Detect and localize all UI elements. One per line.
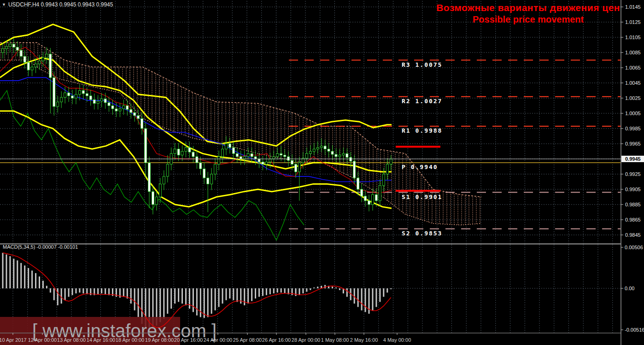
price-axis-label: 1.0025 xyxy=(625,95,641,101)
candle-body xyxy=(38,61,41,64)
time-axis-label: 1 May 08:00 xyxy=(321,337,349,343)
candle-body xyxy=(364,196,367,201)
price-axis-label: 0.9985 xyxy=(625,126,641,131)
candle-body xyxy=(254,157,257,159)
candle-body xyxy=(23,56,26,62)
candle-body xyxy=(298,163,300,172)
candle-body xyxy=(331,152,334,155)
candle-body xyxy=(222,149,224,157)
candle-body xyxy=(371,195,374,205)
candle-body xyxy=(214,164,217,174)
candle-body xyxy=(115,109,117,111)
candle-body xyxy=(123,106,125,109)
candle-body xyxy=(5,47,7,49)
price-axis-label: 1.0065 xyxy=(625,65,641,70)
candle-body xyxy=(382,174,385,186)
candle-body xyxy=(130,110,132,113)
price-axis-label: 0.9845 xyxy=(625,232,641,238)
candle-body xyxy=(97,101,99,104)
candle-body xyxy=(145,129,147,163)
chart-background xyxy=(0,0,644,345)
candle-body xyxy=(42,58,44,61)
chart-title-bar: ▼ USDCHF,H4 0.9943 0.9945 0.9943 0.9945 xyxy=(2,1,113,8)
trading-chart-window: [ www.instaforex.com ]1.01451.01251.0105… xyxy=(0,0,644,345)
candle-body xyxy=(265,162,268,164)
candle-body xyxy=(232,147,234,153)
price-axis-label: 0.9925 xyxy=(625,171,641,177)
candle-body xyxy=(324,146,326,149)
level-label-r1: R1 0.9988 xyxy=(402,127,442,134)
price-chart-canvas[interactable]: [ www.instaforex.com ]1.01451.01251.0105… xyxy=(0,0,644,345)
level-label-r2: R2 1.0027 xyxy=(402,98,442,105)
candle-body xyxy=(236,153,238,157)
time-axis-label: 19 Apr 08:00 xyxy=(145,337,174,343)
candle-body xyxy=(89,96,92,99)
annotation-line-ru: Возможные варианты движения цен xyxy=(436,2,620,14)
chart-title: USDCHF,H4 0.9943 0.9945 0.9943 0.9945 xyxy=(8,1,113,8)
candle-body xyxy=(218,157,220,164)
pane-divider xyxy=(0,243,644,245)
candle-body xyxy=(346,153,348,157)
candle-body xyxy=(9,44,11,47)
candle-body xyxy=(357,178,359,189)
candle-body xyxy=(166,164,169,176)
current-price-badge-text: 0.9945 xyxy=(625,156,641,162)
candle-body xyxy=(104,99,106,103)
price-axis-label: 1.0045 xyxy=(625,80,641,86)
time-axis-label: 18 Apr 00:00 xyxy=(116,337,144,343)
candle-body xyxy=(339,155,341,157)
candle-body xyxy=(111,106,114,109)
time-axis-label: 12 Apr 00:00 xyxy=(28,337,57,343)
candle-body xyxy=(353,161,356,178)
candle-body xyxy=(284,155,286,157)
candle-body xyxy=(152,192,154,205)
candle-body xyxy=(328,149,330,152)
candle-body xyxy=(31,67,33,70)
candle-body xyxy=(188,147,191,152)
price-axis-label: 0.9965 xyxy=(625,141,641,146)
candle-body xyxy=(192,152,194,157)
candle-body xyxy=(71,96,74,98)
time-axis-label: 2 May 16:00 xyxy=(350,337,378,343)
candle-body xyxy=(247,153,249,157)
candle-body xyxy=(86,94,88,96)
candle-body xyxy=(335,154,337,157)
candle-body xyxy=(49,54,52,77)
candle-body xyxy=(2,49,4,53)
candle-body xyxy=(20,50,22,56)
candle-body xyxy=(240,157,242,159)
candle-body xyxy=(60,97,63,102)
time-axis-label: 10 Apr 2017 xyxy=(0,337,27,343)
candle-body xyxy=(75,94,77,98)
candle-body xyxy=(313,149,315,152)
candle-body xyxy=(350,158,352,161)
candle-body xyxy=(64,93,66,97)
candle-body xyxy=(126,106,129,110)
candle-body xyxy=(163,176,165,184)
annotation-line-en: Possible price movement xyxy=(436,14,620,25)
candle-body xyxy=(159,184,161,197)
price-axis-label: 0.9905 xyxy=(625,187,641,192)
candle-body xyxy=(16,47,18,50)
candle-body xyxy=(305,153,308,158)
candle-body xyxy=(82,91,84,94)
candle-body xyxy=(27,62,29,70)
candle-body xyxy=(57,102,59,106)
time-axis-label: 20 Apr 16:00 xyxy=(174,337,203,343)
candle-body xyxy=(137,116,140,119)
candle-body xyxy=(155,197,158,205)
level-label-s1: S1 0.9901 xyxy=(402,193,442,200)
candle-body xyxy=(258,159,260,162)
time-axis-label: 4 May 00:00 xyxy=(383,337,411,343)
time-axis-label: 24 Apr 00:00 xyxy=(204,337,232,343)
chart-dropdown-icon[interactable]: ▼ xyxy=(2,3,6,7)
candle-body xyxy=(185,147,187,151)
candle-body xyxy=(379,186,381,201)
candle-body xyxy=(211,174,213,184)
candle-body xyxy=(12,44,15,47)
candle-body xyxy=(196,157,198,163)
candle-body xyxy=(148,163,151,192)
price-axis-label: 1.0145 xyxy=(625,4,641,10)
candle-body xyxy=(251,153,253,157)
candle-body xyxy=(199,163,202,169)
